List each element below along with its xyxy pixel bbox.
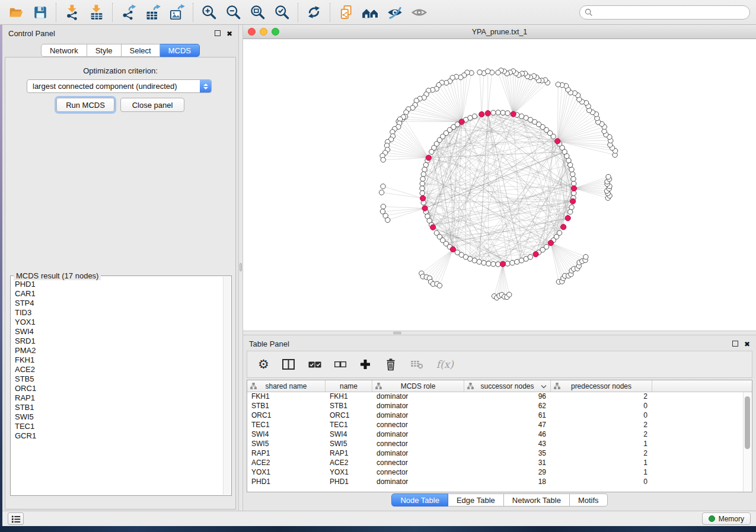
memory-button[interactable]: Memory	[702, 512, 751, 525]
list-item[interactable]: TEC1	[15, 422, 223, 431]
search-input[interactable]	[593, 8, 749, 17]
list-item[interactable]: YOX1	[15, 318, 223, 327]
table-cell[interactable]: RAP1	[247, 449, 326, 459]
table-cell[interactable]: dominator	[372, 477, 464, 487]
show-all-button[interactable]	[407, 2, 431, 23]
export-image-button[interactable]	[165, 2, 189, 23]
float-panel-button[interactable]	[215, 28, 221, 39]
list-item[interactable]: ORC1	[15, 384, 223, 393]
list-item[interactable]: PMA2	[15, 346, 223, 355]
table-row[interactable]: SWI5SWI5connector431	[247, 440, 743, 449]
list-item[interactable]: STB5	[15, 374, 223, 384]
table-cell[interactable]: RAP1	[326, 449, 372, 459]
export-network-button[interactable]	[116, 2, 141, 23]
list-item[interactable]: SRD1	[15, 336, 223, 346]
table-cell[interactable]: TEC1	[326, 421, 372, 430]
table-row[interactable]: PHD1PHD1dominator180	[247, 477, 743, 487]
table-cell[interactable]: TEC1	[247, 421, 326, 430]
zoom-out-button[interactable]	[221, 2, 245, 23]
table-cell[interactable]: 1	[551, 440, 652, 449]
table-cell[interactable]: 31	[464, 459, 551, 468]
zoom-selected-button[interactable]	[270, 2, 294, 23]
zoom-fit-button[interactable]	[245, 2, 270, 23]
table-cell[interactable]: FKH1	[326, 392, 372, 402]
list-item[interactable]: CAR1	[15, 289, 223, 299]
criterion-select[interactable]: largest connected component (undirected)	[27, 79, 212, 93]
search-box[interactable]	[579, 5, 750, 20]
table-row[interactable]: SWI4SWI4dominator462	[247, 430, 743, 440]
list-item[interactable]: SWI5	[15, 412, 223, 422]
select-all-button[interactable]	[308, 361, 321, 368]
list-item[interactable]: PHD1	[15, 280, 223, 289]
splitter-grip[interactable]	[393, 332, 401, 334]
tab-network-table[interactable]: Network Table	[504, 493, 570, 507]
table-cell[interactable]: 2	[551, 430, 652, 440]
table-scrollbar[interactable]	[743, 392, 752, 492]
table-cell[interactable]: SWI5	[326, 440, 372, 449]
table-cell[interactable]: FKH1	[247, 392, 326, 402]
table-cell[interactable]: 0	[551, 477, 652, 487]
vertical-splitter[interactable]	[238, 25, 243, 511]
table-cell[interactable]: SWI4	[326, 430, 372, 440]
table-cell[interactable]: YOX1	[247, 468, 326, 477]
run-mcds-button[interactable]: Run MCDS	[56, 98, 114, 112]
list-item[interactable]: TID3	[15, 308, 223, 318]
column-header-successor-nodes[interactable]: successor nodes	[464, 380, 551, 392]
table-cell[interactable]: 2	[551, 421, 652, 430]
table-cell[interactable]: 0	[551, 411, 652, 421]
scrollbar-thumb[interactable]	[745, 396, 750, 449]
network-graph[interactable]	[243, 39, 756, 331]
tab-motifs[interactable]: Motifs	[570, 493, 608, 507]
table-row[interactable]: STB1STB1dominator620	[247, 402, 743, 411]
float-panel-button[interactable]	[732, 338, 738, 349]
table-cell[interactable]: STB1	[247, 402, 326, 411]
show-columns-button[interactable]	[282, 359, 295, 370]
mcds-list-scrollbar[interactable]	[223, 277, 231, 495]
table-cell[interactable]: 96	[464, 392, 551, 402]
column-header-name[interactable]: name	[326, 380, 372, 392]
table-cell[interactable]: dominator	[372, 411, 464, 421]
tab-node-table[interactable]: Node Table	[391, 493, 448, 507]
list-item[interactable]: FKH1	[15, 355, 223, 365]
export-table-button[interactable]	[141, 2, 165, 23]
table-cell[interactable]: PHD1	[326, 477, 372, 487]
table-cell[interactable]: connector	[372, 440, 464, 449]
table-cell[interactable]: 46	[464, 430, 551, 440]
table-cell[interactable]: 29	[464, 468, 551, 477]
table-cell[interactable]: 2	[551, 449, 652, 459]
list-item[interactable]: GCR1	[15, 431, 223, 441]
open-file-button[interactable]	[4, 2, 28, 23]
table-cell[interactable]: 61	[464, 411, 551, 421]
table-cell[interactable]: 1	[551, 459, 652, 468]
table-row[interactable]: RAP1RAP1dominator352	[247, 449, 743, 459]
zoom-in-button[interactable]	[197, 2, 221, 23]
list-item[interactable]: ACE2	[15, 365, 223, 374]
list-item[interactable]: STB1	[15, 403, 223, 412]
table-cell[interactable]: SWI5	[247, 440, 326, 449]
table-cell[interactable]: connector	[372, 468, 464, 477]
table-cell[interactable]: YOX1	[326, 468, 372, 477]
table-cell[interactable]: 18	[464, 477, 551, 487]
tab-mcds[interactable]: MCDS	[160, 44, 200, 57]
column-header-predecessor-nodes[interactable]: predecessor nodes	[551, 380, 652, 392]
refresh-view-button[interactable]	[302, 2, 326, 23]
table-cell[interactable]: ACE2	[247, 459, 326, 468]
table-cell[interactable]: dominator	[372, 392, 464, 402]
list-item[interactable]: STP4	[15, 299, 223, 308]
table-cell[interactable]: 43	[464, 440, 551, 449]
table-cell[interactable]: dominator	[372, 449, 464, 459]
table-cell[interactable]: STB1	[326, 402, 372, 411]
create-column-button[interactable]	[359, 358, 371, 370]
panel-menu-button[interactable]	[8, 512, 24, 525]
list-item[interactable]: SWI4	[15, 327, 223, 336]
splitter-grip[interactable]	[240, 263, 242, 271]
table-cell[interactable]: ACE2	[326, 459, 372, 468]
hide-selected-button[interactable]	[382, 2, 407, 23]
table-cell[interactable]: SWI4	[247, 430, 326, 440]
table-row[interactable]: ORC1ORC1dominator610	[247, 411, 743, 421]
close-panel-button-mcds[interactable]: Close panel	[120, 98, 184, 112]
close-panel-button[interactable]: ✖	[227, 28, 232, 39]
horizontal-splitter[interactable]	[243, 331, 756, 335]
table-cell[interactable]: connector	[372, 421, 464, 430]
first-neighbors-button[interactable]	[358, 2, 382, 23]
